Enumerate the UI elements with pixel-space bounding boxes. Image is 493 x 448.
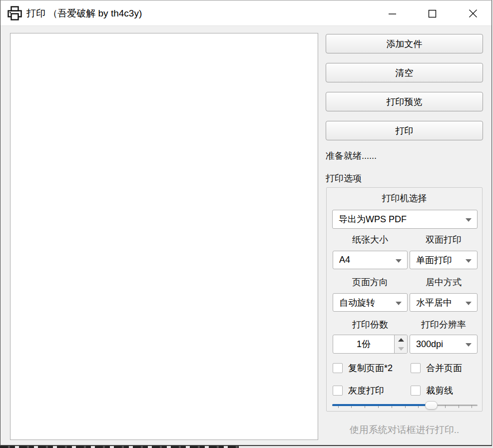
paper-size-label: 纸张大小 — [333, 234, 408, 246]
window-title: 打印 （吾爱破解 by th4c3y) — [26, 0, 142, 26]
print-options-group: 打印机选择 导出为WPS PDF 纸张大小 双面打印 A4 单面打印 页面方向 … — [326, 187, 483, 412]
file-list[interactable] — [10, 33, 318, 440]
status-text: 准备就绪...... — [326, 150, 377, 162]
chevron-down-icon — [466, 259, 472, 263]
centering-dropdown[interactable]: 水平居中 — [410, 293, 478, 312]
resolution-value: 300dpi — [416, 339, 443, 350]
spinner-up-button[interactable] — [395, 335, 407, 344]
chevron-down-icon — [466, 218, 472, 222]
resolution-label: 打印分辨率 — [410, 319, 478, 331]
print-preview-button[interactable]: 打印预览 — [326, 92, 483, 111]
printer-select-value: 导出为WPS PDF — [339, 213, 407, 225]
printer-select-label: 打印机选择 — [327, 192, 482, 204]
print-app-window: 打印 （吾爱破解 by th4c3y) 添加文件 清空 打印预览 打印 准备就绪… — [0, 0, 492, 446]
checkbox-merge-pages[interactable]: 合并页面 — [411, 362, 462, 374]
copies-label: 打印份数 — [333, 319, 408, 331]
slider-fill — [332, 404, 431, 406]
minimize-button[interactable] — [384, 5, 401, 21]
system-dialog-link[interactable]: 使用系统对话框进行打印.. — [326, 424, 483, 437]
checkbox-duplicate-page[interactable]: 复制页面*2 — [333, 362, 393, 374]
scale-slider[interactable] — [332, 401, 478, 411]
orientation-dropdown[interactable]: 自动旋转 — [333, 293, 408, 312]
chevron-down-icon — [466, 343, 472, 347]
spinner-down-button[interactable] — [395, 344, 407, 353]
orientation-label: 页面方向 — [333, 276, 408, 288]
titlebar: 打印 （吾爱破解 by th4c3y) — [0, 0, 492, 26]
arrow-up-icon — [398, 338, 404, 342]
duplex-label: 双面打印 — [410, 234, 478, 246]
duplex-dropdown[interactable]: 单面打印 — [410, 251, 478, 269]
maximize-button[interactable] — [424, 5, 441, 21]
checkbox-label: 复制页面*2 — [348, 362, 393, 374]
copies-value: 1份 — [333, 335, 394, 353]
checkbox-box[interactable] — [411, 386, 421, 396]
duplex-value: 单面打印 — [416, 254, 452, 266]
chevron-down-icon — [396, 259, 402, 263]
close-button[interactable] — [465, 5, 482, 21]
add-files-button[interactable]: 添加文件 — [326, 34, 483, 53]
chevron-down-icon — [396, 302, 402, 305]
resolution-dropdown[interactable]: 300dpi — [410, 335, 478, 354]
arrow-down-icon — [398, 347, 404, 351]
printer-icon — [6, 5, 23, 21]
spinner-buttons — [394, 335, 407, 353]
centering-value: 水平居中 — [416, 297, 452, 309]
centering-label: 居中方式 — [410, 276, 478, 288]
copies-spinner[interactable]: 1份 — [333, 335, 408, 354]
minimize-icon — [388, 9, 397, 18]
occluded-window-fragment — [0, 446, 239, 448]
checkbox-box[interactable] — [411, 363, 421, 373]
checkbox-label: 灰度打印 — [348, 385, 384, 397]
slider-handle[interactable] — [425, 401, 438, 410]
checkbox-grayscale[interactable]: 灰度打印 — [333, 385, 384, 397]
paper-size-dropdown[interactable]: A4 — [333, 251, 408, 269]
checkbox-box[interactable] — [333, 386, 343, 396]
clear-button[interactable]: 清空 — [326, 63, 483, 82]
checkbox-box[interactable] — [333, 363, 343, 373]
checkbox-crop-marks[interactable]: 裁剪线 — [411, 385, 453, 397]
checkbox-label: 裁剪线 — [426, 385, 453, 397]
orientation-value: 自动旋转 — [339, 297, 375, 309]
printer-select-dropdown[interactable]: 导出为WPS PDF — [332, 210, 478, 229]
checkbox-label: 合并页面 — [426, 362, 462, 374]
close-icon — [469, 9, 478, 18]
paper-size-value: A4 — [339, 255, 350, 265]
chevron-down-icon — [466, 302, 472, 305]
print-button[interactable]: 打印 — [326, 121, 483, 140]
print-options-label: 打印选项 — [326, 172, 362, 184]
maximize-icon — [428, 9, 437, 18]
